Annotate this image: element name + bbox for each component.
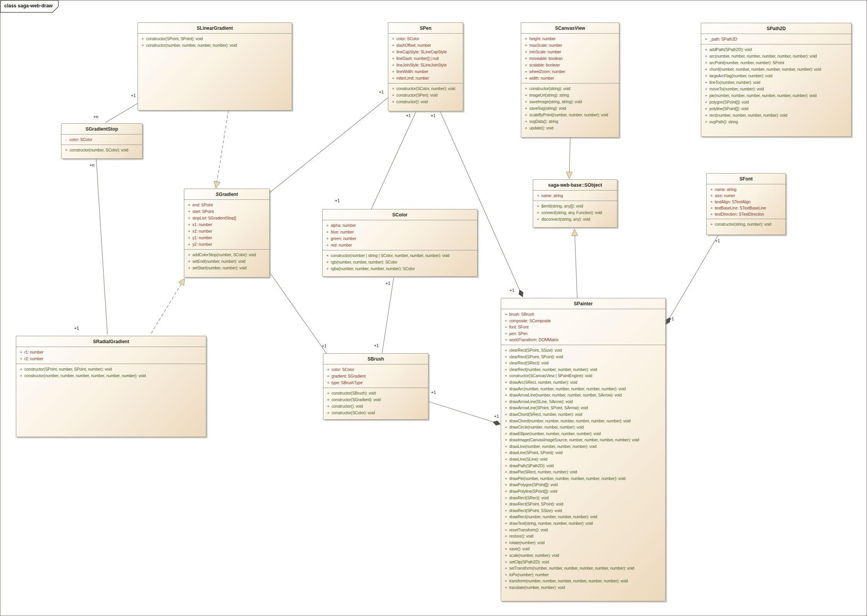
class-box-SFont[interactable]: SFont+name: string+size: numer+textAlign… <box>706 173 786 235</box>
connector-gradient-brush[interactable] <box>270 272 327 354</box>
method-row[interactable]: +drawPath(SPath2D): void <box>503 463 664 469</box>
method-row[interactable]: +arcPoint(number, number, number): SPoin… <box>703 60 850 66</box>
method-row[interactable]: +drawPolyline(SPoint[]): void <box>503 488 664 495</box>
class-title[interactable]: SRadialGradient <box>16 336 206 347</box>
method-row[interactable]: +connect(string, any, Function): void <box>535 209 615 216</box>
method-row[interactable]: +rect(number, number, number, number): v… <box>703 112 850 119</box>
method-row[interactable]: +constructor(string, number): void <box>708 221 784 227</box>
attribute-row[interactable]: +x2: number <box>186 228 268 235</box>
class-box-SColor[interactable]: SColor+alpha: number+blue: number+green:… <box>322 209 478 277</box>
attribute-row[interactable]: +y1: number <box>186 235 268 241</box>
attribute-row[interactable]: +red: number <box>324 242 476 248</box>
method-row[interactable]: +lineTo(number, number): void <box>703 79 850 86</box>
method-row[interactable]: +translate(number, number): void <box>503 584 664 591</box>
attribute-row[interactable]: +y2: number <box>186 241 268 248</box>
method-row[interactable]: +rgb(number, number, number): SColor <box>324 259 476 265</box>
method-row[interactable]: +transform(number, number, number, numbe… <box>503 578 664 584</box>
method-row[interactable]: +constructor(): void <box>390 99 461 105</box>
class-box-SObject[interactable]: saga-web-base::SObject+name: string+$emi… <box>533 179 617 228</box>
attribute-row[interactable]: +wheelZoom: number <box>523 68 617 75</box>
connector-color-brush[interactable] <box>382 278 394 353</box>
attribute-row[interactable]: +name: string <box>535 192 615 199</box>
attribute-row[interactable]: -color: SColor <box>63 136 141 143</box>
attribute-row[interactable]: +size: numer <box>708 192 784 199</box>
class-title[interactable]: SPainter <box>501 298 665 309</box>
attribute-row[interactable]: +lineCapStyle: SLineCapStyle <box>390 49 461 55</box>
method-row[interactable]: +constructor(SColor, number): void <box>390 85 461 92</box>
connector-gradientstop-radialgradient[interactable] <box>96 159 107 335</box>
connector-canvasview-sobject-generalization[interactable] <box>569 138 570 172</box>
method-row[interactable]: +setClip(SPath2D): void <box>503 559 664 565</box>
method-row[interactable]: +drawArrowLine(number, number, number, n… <box>503 392 664 398</box>
connector-pen-color[interactable] <box>371 111 416 209</box>
attribute-row[interactable]: +brush: SBrush <box>503 311 664 318</box>
method-row[interactable]: +scaleByPoint(number, number, number): v… <box>523 112 617 118</box>
method-row[interactable]: +disconnect(string, any): void <box>535 216 615 223</box>
method-row[interactable]: +drawImage(CanvasImageSource, number, nu… <box>503 437 664 443</box>
method-row[interactable]: +svgData(): string <box>523 118 617 125</box>
method-row[interactable]: +setEnd(number, number): void <box>186 258 268 265</box>
method-row[interactable]: +clearRect(SPoint, SPoint): void <box>503 354 664 360</box>
method-row[interactable]: +constructor(SPoint, SPoint): void <box>139 36 290 42</box>
method-row[interactable]: +constructor(number, number, number, num… <box>18 373 204 379</box>
class-title[interactable]: SGradient <box>184 189 269 199</box>
method-row[interactable]: +arc(number, number, number, number, num… <box>703 53 850 60</box>
method-row[interactable]: +drawRect(SRect): void <box>503 495 664 501</box>
method-row[interactable]: +drawRect(number, number, number, number… <box>503 514 664 520</box>
method-row[interactable]: +drawArrowLine(SPoint, SPoint, SArrow): … <box>503 405 664 411</box>
method-row[interactable]: +restore(): void <box>503 533 664 539</box>
method-row[interactable]: +clearRect(number, number, number, numbe… <box>503 366 664 373</box>
class-box-SRadialGradient[interactable]: SRadialGradient+r1: number+r2: number+co… <box>16 336 206 437</box>
method-row[interactable]: +constructor(SCanvasView | SPaintEngine)… <box>503 373 664 379</box>
class-box-SGradient[interactable]: SGradient+end: SPoint+start: SPoint+stop… <box>184 189 270 277</box>
method-row[interactable]: +drawCircle(number, number, number): voi… <box>503 424 664 431</box>
attribute-row[interactable]: +name: string <box>708 186 784 192</box>
attribute-row[interactable]: +start: SPoint <box>186 208 268 215</box>
method-row[interactable]: +drawArc(number, number, number, number,… <box>503 386 664 392</box>
method-row[interactable]: +drawRect(SPoint, SPoint): void <box>503 501 664 507</box>
method-row[interactable]: +toPx(number): number <box>503 572 664 578</box>
method-row[interactable]: +save(): void <box>503 546 664 552</box>
attribute-row[interactable]: +end: SPoint <box>186 202 268 208</box>
attribute-row[interactable]: +lineWidth: number <box>390 68 461 75</box>
attribute-row[interactable]: +textDirection: STextDirection <box>708 211 784 217</box>
attribute-row[interactable]: +worldTransform: DOMMatrix <box>503 337 664 343</box>
connector-radialgradient-gradient-generalization[interactable] <box>151 284 181 334</box>
diagram-canvas[interactable]: +n+1+n+1+1+1+1+1+1+1+1+1+1+1+1+1+1+1 SLi… <box>0 0 867 616</box>
connector-brush-painter-composition[interactable] <box>428 402 493 422</box>
attribute-row[interactable]: +pen: SPen <box>503 330 664 337</box>
method-row[interactable]: +constructor(SGradient): void <box>325 396 427 403</box>
method-row[interactable]: +update(): void <box>523 125 617 131</box>
method-row[interactable]: +drawChord(number, number, number, numbe… <box>503 418 664 424</box>
connector-gradientstop-lineargradient[interactable] <box>105 103 138 123</box>
method-row[interactable]: +constructor(number, SColor): void <box>63 147 141 153</box>
attribute-row[interactable]: +lineJoinStyle: SLineJoinStyle <box>390 62 461 68</box>
method-row[interactable]: +constructor(): void <box>325 403 427 410</box>
attribute-row[interactable]: +stopList: SGradientStop[] <box>186 215 268 221</box>
method-row[interactable]: +$emit(string, any[]): void <box>535 203 615 209</box>
attribute-row[interactable]: +blue: number <box>324 229 476 235</box>
attribute-row[interactable]: +font: SFont <box>503 324 664 330</box>
connector-lineargradient-gradient-generalization[interactable] <box>217 111 228 182</box>
attribute-row[interactable]: +dashOffset: number <box>390 42 461 49</box>
class-box-SCanvasView[interactable]: SCanvasView+height: number+maxScale: num… <box>521 22 619 138</box>
method-row[interactable]: +constructor(number | string | SColor, n… <box>324 252 476 259</box>
method-row[interactable]: +polygon(SPoint[]): void <box>703 99 850 106</box>
method-row[interactable]: +drawChord(SRect, number, number): void <box>503 411 664 418</box>
method-row[interactable]: +addPath(SPath2D): void <box>703 46 850 53</box>
method-row[interactable]: +moveTo(number, number): void <box>703 86 850 92</box>
class-title[interactable]: SColor <box>323 209 477 220</box>
method-row[interactable]: +svgPath(): string <box>703 119 850 125</box>
attribute-row[interactable]: +x1: number <box>186 221 268 228</box>
method-row[interactable]: +resetTransform(): void <box>503 527 664 533</box>
attribute-row[interactable]: +textAlign: STextAlign <box>708 199 784 205</box>
class-title[interactable]: SFont <box>707 174 785 184</box>
method-row[interactable]: +polyline(SPoint[]): void <box>703 106 850 112</box>
method-row[interactable]: +clearRect(SPoint, SSize): void <box>503 347 664 354</box>
method-row[interactable]: +drawLine(SLine): void <box>503 456 664 463</box>
method-row[interactable]: +constructor(SPen): void <box>390 92 461 99</box>
method-row[interactable]: +clearRect(SRect): void <box>503 360 664 366</box>
method-row[interactable]: +constructor(SBrush): void <box>325 390 427 396</box>
attribute-row[interactable]: +r2: number <box>18 356 204 362</box>
method-row[interactable]: +imageUrl(string): string <box>523 92 617 99</box>
